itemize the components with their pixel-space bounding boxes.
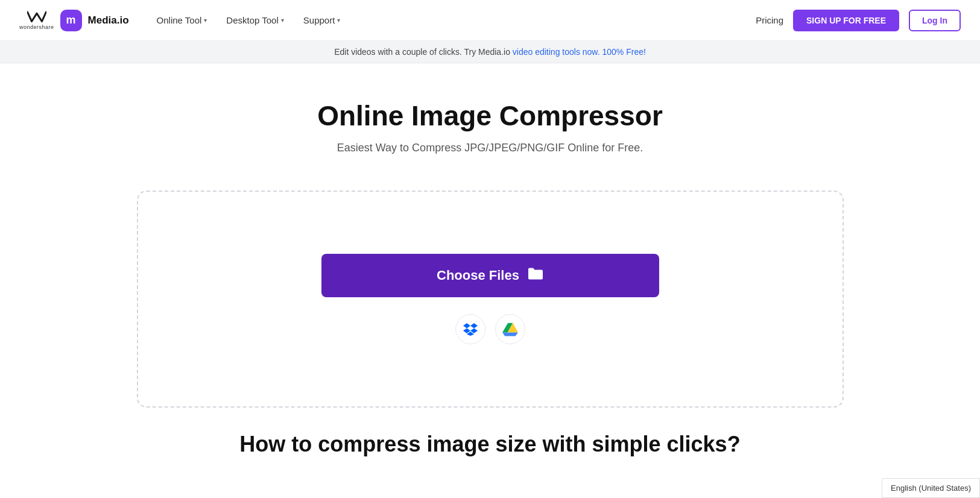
dropbox-icon <box>463 323 478 336</box>
wondershare-label: wondershare <box>19 24 54 30</box>
google-drive-icon <box>502 322 518 336</box>
wondershare-logo: wondershare <box>19 11 54 30</box>
cloud-storage-icons <box>455 314 525 344</box>
hero-section: Online Image Compressor Easiest Way to C… <box>0 63 980 191</box>
pricing-link[interactable]: Pricing <box>756 15 783 25</box>
upload-box: Choose Files <box>137 191 844 408</box>
chevron-down-icon: ▾ <box>337 17 340 24</box>
folder-icon <box>528 267 543 284</box>
wondershare-icon <box>27 11 46 23</box>
chevron-down-icon: ▾ <box>281 17 284 24</box>
banner-link[interactable]: video editing tools now. 100% Free! <box>513 47 646 57</box>
signup-button[interactable]: SIGN UP FOR FREE <box>793 10 899 31</box>
nav-right: Pricing SIGN UP FOR FREE Log In <box>756 10 961 31</box>
nav-links: Online Tool ▾ Desktop Tool ▾ Support ▾ <box>148 10 756 30</box>
choose-files-button[interactable]: Choose Files <box>321 254 659 297</box>
hero-subtitle: Easiest Way to Compress JPG/JPEG/PNG/GIF… <box>12 142 968 154</box>
nav-desktop-tool[interactable]: Desktop Tool ▾ <box>218 10 292 30</box>
nav-support[interactable]: Support ▾ <box>295 10 349 30</box>
google-drive-button[interactable] <box>495 314 525 344</box>
mediaio-name: Media.io <box>88 14 129 27</box>
logo-link[interactable]: wondershare m Media.io <box>19 10 129 31</box>
choose-files-label: Choose Files <box>437 268 519 283</box>
upload-container: Choose Files <box>122 191 858 408</box>
how-to-section: How to compress image size with simple c… <box>0 408 980 457</box>
page-title: Online Image Compressor <box>12 99 968 132</box>
navbar: wondershare m Media.io Online Tool ▾ Des… <box>0 0 980 41</box>
mediaio-icon: m <box>60 10 82 31</box>
banner-text: Edit videos with a couple of clicks. Try… <box>334 47 513 57</box>
dropbox-button[interactable] <box>455 314 485 344</box>
chevron-down-icon: ▾ <box>204 17 207 24</box>
how-to-title: How to compress image size with simple c… <box>12 432 968 457</box>
login-button[interactable]: Log In <box>909 10 961 31</box>
nav-online-tool[interactable]: Online Tool ▾ <box>148 10 216 30</box>
promo-banner: Edit videos with a couple of clicks. Try… <box>0 41 980 63</box>
